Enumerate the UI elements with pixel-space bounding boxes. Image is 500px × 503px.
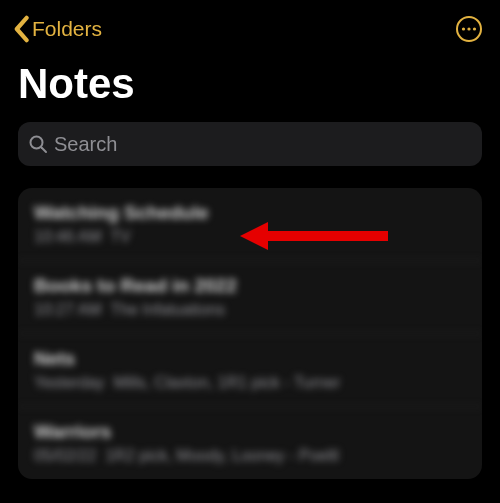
svg-point-1 [462, 27, 465, 30]
search-placeholder: Search [54, 133, 117, 156]
header-bar: Folders [0, 0, 500, 50]
page-title: Notes [0, 50, 500, 122]
note-subtitle: 10:27 AM The Infatuations [34, 301, 466, 319]
search-input[interactable]: Search [18, 122, 482, 166]
more-button[interactable] [454, 14, 484, 44]
back-label: Folders [32, 17, 102, 41]
svg-point-4 [31, 137, 43, 149]
note-subtitle: 10:46 AM TV [34, 228, 466, 246]
ellipsis-circle-icon [455, 15, 483, 43]
note-item[interactable]: Nets Yesterday Mills, Claxton, 1R1 pick … [18, 334, 482, 407]
note-subtitle: 05/02/22 1R2 pick, Moody, Looney - Poelt… [34, 447, 466, 465]
note-item[interactable]: Books to Read in 2022 10:27 AM The Infat… [18, 261, 482, 334]
svg-point-3 [473, 27, 476, 30]
chevron-left-icon [12, 15, 30, 43]
note-item[interactable]: Watching Schedule 10:46 AM TV [18, 188, 482, 261]
svg-line-5 [42, 148, 47, 153]
back-button[interactable]: Folders [12, 15, 102, 43]
note-item[interactable]: Warriors 05/02/22 1R2 pick, Moody, Loone… [18, 407, 482, 479]
note-title: Warriors [34, 421, 466, 443]
note-subtitle: Yesterday Mills, Claxton, 1R1 pick - Tur… [34, 374, 466, 392]
notes-list: Watching Schedule 10:46 AM TV Books to R… [18, 188, 482, 479]
note-title: Nets [34, 348, 466, 370]
note-title: Books to Read in 2022 [34, 275, 466, 297]
search-icon [28, 134, 48, 154]
note-title: Watching Schedule [34, 202, 466, 224]
svg-point-2 [467, 27, 470, 30]
